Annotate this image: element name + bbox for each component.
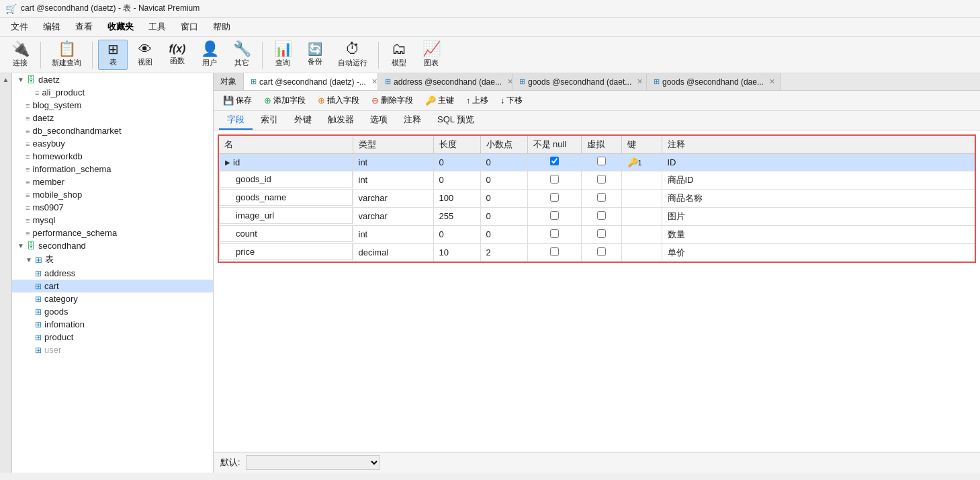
sidebar-scroll[interactable]: ▲ [0,73,12,473]
cell-length[interactable]: 10 [433,243,480,262]
virtual-checkbox[interactable] [597,157,606,165]
table-row[interactable]: image_urlvarchar2550图片 [218,207,975,225]
not-null-checkbox[interactable] [550,193,559,202]
cell-not-null[interactable] [527,154,581,171]
cell-length[interactable]: 0 [433,171,480,189]
sidebar-item-goods[interactable]: ⊞ goods [12,305,213,318]
cell-name[interactable]: goods_id [219,171,353,188]
cell-type[interactable]: int [353,225,433,243]
tab-goods1[interactable]: ⊞ goods @secondhand (daet... ✕ [513,73,647,90]
sidebar-item-daetz[interactable]: ▼ 🗄 daetz [12,73,213,86]
sidebar-item-ms0907[interactable]: ≡ ms0907 [12,201,213,214]
toolbar-chart[interactable]: 📈 图表 [416,40,446,70]
virtual-checkbox[interactable] [597,229,606,238]
toolbar-model[interactable]: 🗂 模型 [384,40,414,70]
cell-name[interactable]: price [219,243,353,260]
default-select[interactable] [246,455,380,470]
cell-not-null[interactable] [527,207,581,225]
not-null-checkbox[interactable] [550,229,559,238]
tab-objects[interactable]: 对象 [214,73,244,90]
tab-goods2[interactable]: ⊞ goods @secondhand (dae... ✕ [647,73,781,90]
cell-type[interactable]: decimal [353,243,433,262]
not-null-checkbox[interactable] [550,157,559,165]
primary-key-button[interactable]: 🔑 主键 [421,93,458,108]
not-null-checkbox[interactable] [550,175,559,184]
sidebar-item-member[interactable]: ≡ member [12,175,213,188]
sidebar-item-performance-schema[interactable]: ≡ performance_schema [12,227,213,239]
sidebar-item-information-schema[interactable]: ≡ information_schema [12,163,213,175]
toolbar-new-query[interactable]: 📋 新建查询 [46,40,87,70]
sidebar-item-category[interactable]: ⊞ category [12,292,213,305]
add-field-button[interactable]: ⊕ 添加字段 [260,93,310,108]
toolbar-backup[interactable]: 🔄 备份 [300,41,330,69]
table-row[interactable]: goods_namevarchar1000商品名称 [218,189,975,207]
cell-length[interactable]: 100 [433,189,480,207]
cell-not-null[interactable] [527,171,581,189]
subtab-index[interactable]: 索引 [253,111,286,130]
toolbar-connect[interactable]: 🔌 连接 [5,40,35,70]
subtab-sql-preview[interactable]: SQL 预览 [429,111,482,130]
menu-favorites[interactable]: 收藏夹 [101,19,140,35]
cell-type[interactable]: int [353,154,433,171]
close-icon[interactable]: ✕ [507,77,513,86]
cell-type[interactable]: varchar [353,207,433,225]
save-button[interactable]: 💾 保存 [219,93,256,108]
virtual-checkbox[interactable] [597,247,606,256]
cell-not-null[interactable] [527,243,581,262]
sidebar-item-daetz-db[interactable]: ≡ daetz [12,112,213,124]
virtual-checkbox[interactable] [597,175,606,184]
sidebar-item-tables-folder[interactable]: ▼ ⊞ 表 [12,252,213,267]
menu-window[interactable]: 窗口 [174,19,205,35]
menu-tools[interactable]: 工具 [142,19,173,35]
not-null-checkbox[interactable] [550,247,559,256]
sidebar-item-mysql[interactable]: ≡ mysql [12,214,213,227]
move-up-button[interactable]: ↑ 上移 [462,93,492,108]
cell-name[interactable]: image_url [219,207,353,224]
toolbar-table[interactable]: ⊞ 表 [98,40,128,70]
subtab-comment[interactable]: 注释 [396,111,429,130]
sidebar-item-user[interactable]: ⊞ user [12,344,213,356]
sidebar-item-homeworkdb[interactable]: ≡ homeworkdb [12,150,213,163]
cell-decimal[interactable]: 0 [480,225,527,243]
subtab-fields[interactable]: 字段 [219,111,253,130]
menu-help[interactable]: 帮助 [206,19,237,35]
sidebar-item-easybuy[interactable]: ≡ easybuy [12,137,213,150]
cell-type[interactable]: int [353,171,433,189]
cell-virtual[interactable] [581,189,621,207]
cell-name[interactable]: goods_name [219,189,353,206]
virtual-checkbox[interactable] [597,211,606,220]
cell-virtual[interactable] [581,207,621,225]
sidebar-item-address[interactable]: ⊞ address [12,267,213,280]
cell-virtual[interactable] [581,171,621,189]
cell-not-null[interactable] [527,225,581,243]
cell-virtual[interactable] [581,154,621,171]
toolbar-user[interactable]: 👤 用户 [195,40,224,70]
subtab-options[interactable]: 选项 [362,111,396,130]
table-row[interactable]: ▶idint00🔑1ID [218,154,975,171]
cell-length[interactable]: 255 [433,207,480,225]
menu-view[interactable]: 查看 [69,19,99,35]
cell-decimal[interactable]: 0 [480,207,527,225]
close-icon[interactable]: ✕ [769,77,775,86]
cell-length[interactable]: 0 [433,154,480,171]
virtual-checkbox[interactable] [597,193,606,202]
sidebar-item-ali-product[interactable]: ≡ ali_product [12,86,213,99]
toolbar-other[interactable]: 🔧 其它 [227,40,257,70]
menu-file[interactable]: 文件 [4,19,35,35]
subtab-trigger[interactable]: 触发器 [320,111,362,130]
toolbar-query[interactable]: 📊 查询 [268,40,298,70]
table-row[interactable]: pricedecimal102单价 [218,243,975,262]
cell-decimal[interactable]: 0 [480,171,527,189]
table-row[interactable]: goods_idint00商品ID [218,171,975,189]
sidebar-item-infomation[interactable]: ⊞ infomation [12,318,213,331]
cell-decimal[interactable]: 2 [480,243,527,262]
not-null-checkbox[interactable] [550,211,559,220]
insert-field-button[interactable]: ⊕ 插入字段 [314,93,363,108]
cell-decimal[interactable]: 0 [480,154,527,171]
cell-virtual[interactable] [581,243,621,262]
menu-edit[interactable]: 编辑 [36,19,67,35]
sidebar-item-cart[interactable]: ⊞ cart [12,280,213,292]
toolbar-function[interactable]: f(x) 函数 [163,42,192,68]
sidebar-item-mobile-shop[interactable]: ≡ mobile_shop [12,188,213,201]
sidebar-item-secondhand[interactable]: ▼ 🗄 secondhand [12,239,213,252]
